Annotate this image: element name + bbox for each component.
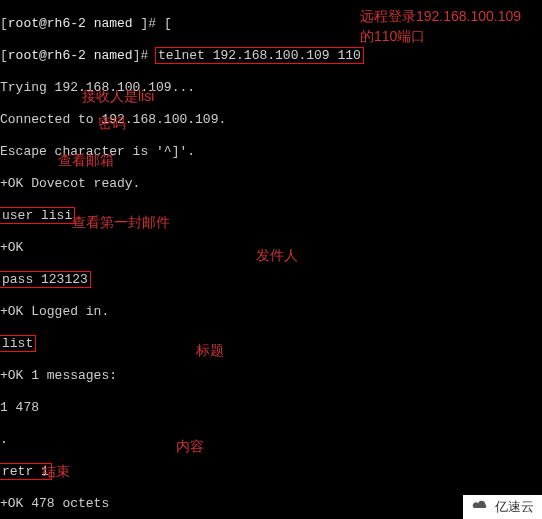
output-line: pass 123123	[0, 272, 542, 288]
output-line: list	[0, 336, 542, 352]
output-line: retr 1	[0, 464, 542, 480]
cloud-icon	[471, 499, 489, 515]
annotation-telnet1: 远程登录192.168.100.109	[360, 8, 521, 24]
watermark-text: 亿速云	[495, 499, 534, 515]
annotation-subj: 标题	[196, 342, 224, 358]
cmd-user: user lisi	[0, 208, 74, 223]
annotation-list: 查看邮箱	[58, 152, 114, 168]
annotation-user: 接收人是lisi	[82, 88, 154, 104]
output-line: 1 478	[0, 400, 542, 416]
output-line: Connected to 192.168.100.109.	[0, 112, 542, 128]
host: root@rh6-2 named	[8, 16, 133, 31]
annotation-from: 发件人	[256, 247, 298, 263]
output-line: +OK Dovecot ready.	[0, 176, 542, 192]
annotation-body: 内容	[176, 438, 204, 454]
cmd-list: list	[0, 336, 35, 351]
output-line: .	[0, 432, 542, 448]
output-line: +OK 478 octets	[0, 496, 542, 512]
output-line: +OK 1 messages:	[0, 368, 542, 384]
watermark-logo: 亿速云	[463, 495, 542, 519]
output-line: +OK Logged in.	[0, 304, 542, 320]
annotation-end: 结束	[42, 463, 70, 479]
cmd-telnet: telnet 192.168.100.109 110	[156, 48, 363, 63]
output-line: [root@rh6-2 named]# telnet 192.168.100.1…	[0, 48, 542, 64]
annotation-pass: 密码	[98, 115, 126, 131]
cmd-pass: pass 123123	[0, 272, 90, 287]
annotation-telnet2: 的110端口	[360, 28, 425, 44]
annotation-retr: 查看第一封邮件	[72, 214, 170, 230]
